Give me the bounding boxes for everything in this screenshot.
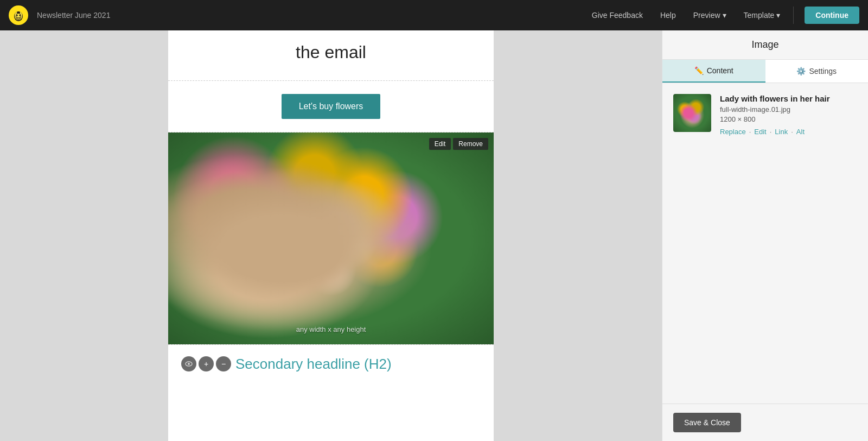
edit-link[interactable]: Edit [754,128,766,136]
panel-title: Image [662,30,868,60]
image-dimensions: 1200 × 800 [720,115,857,123]
image-overlay-text: any width x any height [296,325,366,333]
top-navigation: Newsletter June 2021 Give Feedback Help … [0,0,868,30]
alt-link[interactable]: Alt [796,128,805,136]
headline-controls: + − [181,356,231,371]
image-thumbnail [673,94,711,132]
email-canvas: the email Let's buy flowers any width x … [168,30,494,441]
svg-point-9 [188,363,190,365]
replace-link[interactable]: Replace [720,128,746,136]
email-secondary-headline-section: + − Secondary headline (H2) [168,344,494,383]
remove-section-icon[interactable]: − [216,356,231,371]
email-hero-text: the email [184,41,477,64]
help-button[interactable]: Help [654,8,682,23]
svg-point-5 [16,15,17,16]
add-section-icon[interactable]: + [199,356,214,371]
save-close-button[interactable]: Save & Close [673,413,741,432]
secondary-headline-text: Secondary headline (H2) [235,356,392,373]
tab-settings[interactable]: ⚙️ Settings [765,60,869,83]
mailchimp-logo [9,5,28,25]
tab-content[interactable]: ✏️ Content [662,60,765,83]
main-layout: the email Let's buy flowers any width x … [0,30,868,441]
image-filename: full-width-image.01.jpg [720,105,857,114]
image-actions: Replace · Edit · Link · Alt [720,128,857,136]
image-name: Lady with flowers in her hair [720,94,857,103]
image-edit-controls: Edit Remove [429,138,488,150]
panel-content: Lady with flowers in her hair full-width… [662,83,868,404]
template-chevron-icon: ▾ [776,11,780,20]
eye-icon[interactable] [181,356,196,371]
panel-tabs: ✏️ Content ⚙️ Settings [662,60,868,83]
dot-separator-2: · [770,128,772,136]
continue-button[interactable]: Continue [805,7,859,24]
email-hero-section: the email [168,30,494,81]
link-link[interactable]: Link [775,128,788,136]
email-cta-button[interactable]: Let's buy flowers [282,94,381,119]
canvas-area: the email Let's buy flowers any width x … [0,30,662,441]
email-image-section[interactable]: any width x any height Edit Remove [168,133,494,344]
preview-chevron-icon: ▾ [723,11,726,20]
image-info-row: Lady with flowers in her hair full-width… [673,94,857,136]
email-cta-section: Let's buy flowers [168,81,494,133]
thumbnail-preview [673,94,711,132]
pencil-icon: ✏️ [694,66,704,75]
image-meta: Lady with flowers in her hair full-width… [720,94,857,136]
preview-button[interactable]: Preview ▾ [687,8,733,23]
svg-point-6 [19,15,20,16]
gear-icon: ⚙️ [796,67,806,75]
template-button[interactable]: Template ▾ [737,8,787,23]
svg-point-7 [17,11,20,14]
panel-footer: Save & Close [662,404,868,441]
dot-separator-1: · [749,128,751,136]
campaign-title: Newsletter June 2021 [37,11,110,20]
image-edit-button[interactable]: Edit [429,138,451,150]
flower-image: any width x any height [168,133,494,344]
nav-divider [793,7,794,24]
nav-right-controls: Give Feedback Help Preview ▾ Template ▾ … [585,7,859,24]
dot-separator-3: · [791,128,793,136]
right-panel: Image ✏️ Content ⚙️ Settings Lady with f… [662,30,868,441]
give-feedback-button[interactable]: Give Feedback [585,8,649,23]
image-remove-button[interactable]: Remove [453,138,488,150]
